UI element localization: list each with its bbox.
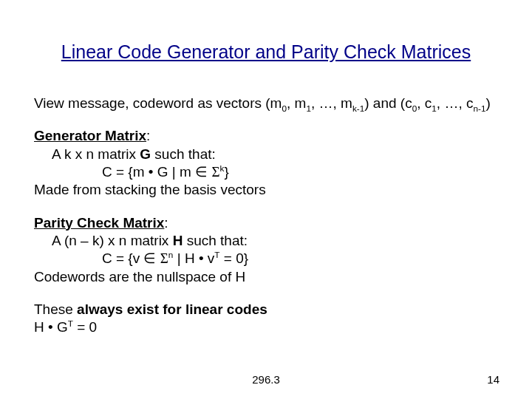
text: These <box>34 301 77 317</box>
generator-heading: Generator Matrix <box>34 128 146 143</box>
intro-text: ) and (c <box>364 95 412 111</box>
text: H • G <box>34 319 68 335</box>
intro-sub: n-1 <box>473 103 485 113</box>
parity-line-3: Codewords are the nullspace of H <box>34 268 507 286</box>
matrix-g: G <box>140 146 151 162</box>
intro-line: View message, codeword as vectors (m0, m… <box>34 95 507 112</box>
transpose: T <box>68 318 73 328</box>
intro-text: , …, m <box>311 95 352 111</box>
generator-heading-line: Generator Matrix: <box>34 127 507 145</box>
slide-body: View message, codeword as vectors (m0, m… <box>34 95 507 351</box>
text: } <box>224 164 228 180</box>
footer-center: 296.3 <box>0 373 532 386</box>
intro-text: , c <box>417 95 432 111</box>
text: = 0} <box>220 250 249 266</box>
slide: Linear Code Generator and Parity Check M… <box>0 0 532 399</box>
intro-sub: k-1 <box>352 103 364 113</box>
parity-line-1: A (n – k) x n matrix H such that: <box>34 232 507 250</box>
text: A k x n matrix <box>52 146 140 162</box>
closing-line-2: H • GT = 0 <box>34 318 507 336</box>
emphasis: always exist for linear codes <box>77 301 267 317</box>
generator-line-1: A k x n matrix G such that: <box>34 146 507 163</box>
intro-text: , …, c <box>437 95 474 111</box>
text: C = {m • G | m ∈ <box>102 164 211 180</box>
closing-line-1: These always exist for linear codes <box>34 301 507 318</box>
parity-block: Parity Check Matrix: A (n – k) x n matri… <box>34 214 507 286</box>
colon: : <box>164 215 168 231</box>
intro-text: , m <box>287 95 306 111</box>
parity-line-2: C = {v ∈ Σn | H • vT = 0} <box>34 250 507 267</box>
text: such that: <box>183 233 248 248</box>
intro-text: View message, codeword as vectors (m <box>34 95 282 111</box>
matrix-h: H <box>173 233 183 248</box>
parity-heading-line: Parity Check Matrix: <box>34 214 507 232</box>
sigma-symbol: Σ <box>160 250 168 266</box>
footer-page-number: 14 <box>487 373 499 386</box>
transpose: T <box>214 250 219 259</box>
sigma-symbol: Σ <box>211 164 219 180</box>
closing-block: These always exist for linear codes H • … <box>34 301 507 337</box>
generator-line-2: C = {m • G | m ∈ Σk} <box>34 163 507 181</box>
text: = 0 <box>73 319 97 335</box>
generator-line-3: Made from stacking the basis vectors <box>34 181 507 199</box>
intro-text: ) <box>485 95 490 111</box>
generator-block: Generator Matrix: A k x n matrix G such … <box>34 127 507 199</box>
text: such that: <box>151 146 216 162</box>
colon: : <box>146 128 150 143</box>
text: C = {v ∈ <box>102 250 160 266</box>
slide-title: Linear Code Generator and Parity Check M… <box>0 41 532 63</box>
text: | H • v <box>173 250 214 266</box>
parity-heading: Parity Check Matrix <box>34 215 164 231</box>
text: A (n – k) x n matrix <box>52 233 173 248</box>
